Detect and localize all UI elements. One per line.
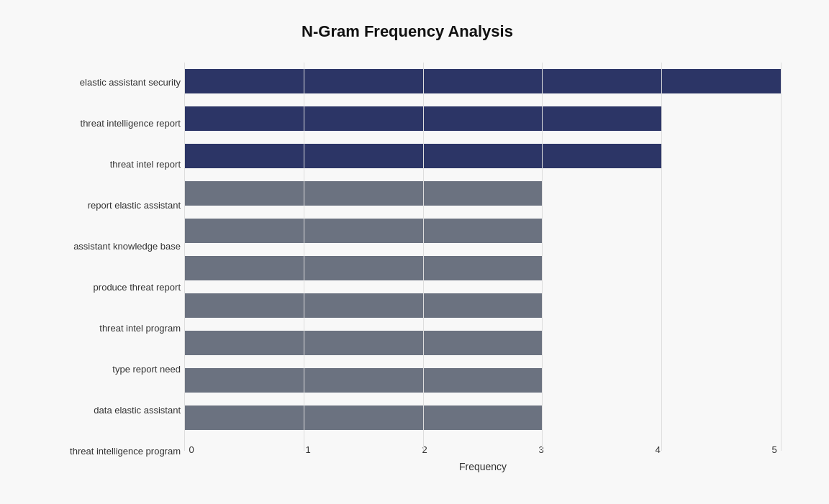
bar (184, 181, 543, 206)
y-label: threat intel program (33, 310, 181, 347)
x-axis-labels: 012345 (184, 444, 782, 455)
x-tick-label: 0 (184, 444, 199, 455)
y-label: report elastic assistant (33, 187, 181, 224)
chart-title: N-Gram Frequency Analysis (33, 22, 782, 41)
x-tick-label: 1 (301, 444, 315, 455)
y-label: type report need (33, 351, 181, 388)
bar-row (184, 255, 782, 282)
bar-row (184, 142, 782, 170)
bar-row (184, 68, 782, 95)
bars-and-grid: 012345 Frequency (184, 63, 782, 472)
bar (184, 256, 543, 280)
bar-row (184, 180, 782, 207)
y-label: threat intel report (33, 146, 181, 183)
x-axis-title: Frequency (184, 461, 782, 472)
y-axis-labels: elastic assistant securitythreat intelli… (33, 63, 184, 472)
y-label: produce threat report (33, 269, 181, 306)
bar (184, 144, 662, 168)
bar (184, 406, 543, 430)
bar-row (184, 105, 782, 132)
bar (184, 293, 543, 318)
bar (184, 106, 662, 131)
x-tick-label: 3 (534, 444, 548, 455)
y-label: threat intelligence report (33, 105, 181, 142)
bar-row (184, 217, 782, 244)
x-tick-label: 2 (417, 444, 432, 455)
bar (184, 69, 782, 93)
bar-row (184, 329, 782, 357)
bar-row (184, 292, 782, 319)
x-tick-label: 5 (767, 444, 782, 455)
chart-area: elastic assistant securitythreat intelli… (33, 63, 782, 472)
bar-row (184, 404, 782, 431)
x-tick-label: 4 (651, 444, 665, 455)
bar-row (184, 367, 782, 394)
y-label: data elastic assistant (33, 392, 181, 429)
chart-container: N-Gram Frequency Analysis elastic assist… (19, 8, 810, 497)
bar (184, 368, 543, 393)
bar (184, 331, 543, 355)
bars-wrapper (184, 63, 782, 440)
y-label: threat intelligence program (33, 433, 181, 470)
y-label: elastic assistant security (33, 64, 181, 101)
bar (184, 219, 543, 243)
y-label: assistant knowledge base (33, 228, 181, 265)
